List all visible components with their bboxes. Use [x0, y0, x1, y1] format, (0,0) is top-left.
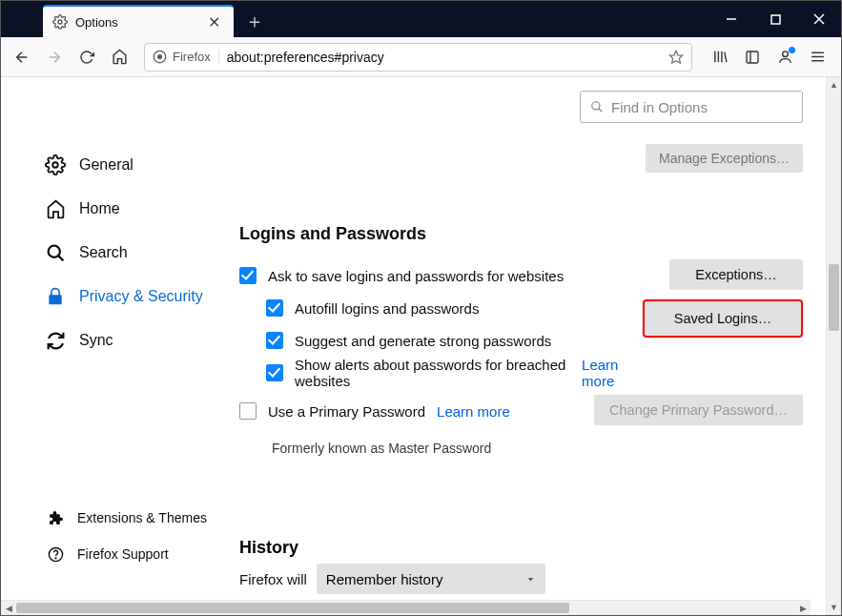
- label-primary-password: Use a Primary Password: [268, 403, 425, 420]
- close-window-button[interactable]: [797, 1, 841, 37]
- minimize-button[interactable]: [709, 1, 753, 37]
- select-value: Remember history: [326, 571, 443, 587]
- button-label: Saved Logins…: [674, 311, 771, 326]
- horizontal-scrollbar[interactable]: ◀ ▶: [1, 600, 811, 615]
- change-primary-password-button[interactable]: Change Primary Password…: [594, 395, 803, 425]
- sidebar-item-privacy[interactable]: Privacy & Security: [30, 276, 220, 318]
- firefox-icon: [153, 50, 167, 64]
- learn-more-link[interactable]: Learn more: [437, 403, 510, 420]
- gear-icon: [52, 14, 68, 30]
- home-icon: [45, 198, 66, 219]
- sidebar-item-home[interactable]: Home: [30, 188, 220, 230]
- scroll-track[interactable]: [827, 92, 841, 600]
- help-icon: [45, 544, 66, 565]
- maximize-button[interactable]: [753, 1, 797, 37]
- search-icon: [45, 242, 66, 263]
- lock-icon: [45, 286, 66, 307]
- sidebar-item-general[interactable]: General: [30, 144, 220, 186]
- reload-button[interactable]: [72, 42, 102, 72]
- sidebar-item-extensions[interactable]: Extensions & Themes: [30, 501, 220, 535]
- url-text: about:preferences#privacy: [227, 50, 661, 65]
- search-icon: [590, 100, 604, 113]
- forward-button[interactable]: [39, 42, 70, 72]
- learn-more-link[interactable]: Learn more: [582, 357, 643, 389]
- manage-exceptions-button[interactable]: Manage Exceptions…: [646, 144, 803, 173]
- sidebar-item-label: Extensions & Themes: [77, 510, 207, 525]
- button-label: Manage Exceptions…: [659, 151, 790, 166]
- sidebar-item-label: Sync: [79, 332, 113, 349]
- scroll-thumb[interactable]: [829, 264, 839, 331]
- button-label: Exceptions…: [695, 267, 776, 282]
- identity-label: Firefox: [173, 50, 211, 64]
- scroll-up-arrow[interactable]: ▲: [827, 77, 841, 92]
- label-alerts: Show alerts about passwords for breached…: [295, 357, 570, 389]
- svg-point-18: [52, 162, 58, 168]
- close-tab-icon[interactable]: ✕: [204, 13, 224, 31]
- svg-point-0: [58, 20, 62, 24]
- svg-point-14: [782, 51, 788, 57]
- sidebar-item-label: Search: [79, 244, 128, 261]
- logins-section: Logins and Passwords Ask to save logins …: [239, 224, 803, 456]
- account-icon[interactable]: [770, 43, 799, 72]
- history-will-label: Firefox will: [239, 571, 307, 587]
- sidebar-item-support[interactable]: Firefox Support: [30, 537, 220, 571]
- section-heading: Logins and Passwords: [239, 224, 803, 244]
- scroll-right-arrow[interactable]: ▶: [795, 601, 811, 615]
- svg-point-6: [157, 54, 162, 59]
- primary-password-note: Formerly known as Master Password: [272, 441, 803, 456]
- vertical-scrollbar[interactable]: ▲ ▼: [826, 77, 841, 615]
- titlebar: Options ✕ ＋: [1, 1, 841, 37]
- site-identity[interactable]: Firefox: [153, 50, 219, 64]
- tab-title: Options: [75, 15, 204, 30]
- bookmark-star-icon[interactable]: [668, 50, 684, 65]
- saved-logins-button[interactable]: Saved Logins…: [643, 299, 803, 338]
- gear-icon: [45, 154, 66, 175]
- back-button[interactable]: [7, 42, 37, 72]
- checkbox-alerts[interactable]: [266, 364, 283, 381]
- browser-tab[interactable]: Options ✕: [43, 5, 234, 37]
- svg-line-20: [58, 256, 63, 260]
- navbar: Firefox about:preferences#privacy: [1, 37, 841, 77]
- sidebar-item-label: General: [79, 156, 133, 174]
- find-in-options[interactable]: [580, 91, 803, 123]
- toolbar-right: [702, 43, 835, 72]
- menu-icon[interactable]: [803, 43, 832, 72]
- svg-rect-2: [771, 15, 780, 24]
- sidebar-item-label: Home: [79, 200, 120, 217]
- library-icon[interactable]: [706, 43, 734, 72]
- sidebar-item-label: Firefox Support: [77, 546, 169, 562]
- sidebar-item-search[interactable]: Search: [30, 232, 220, 274]
- find-input[interactable]: [611, 99, 792, 115]
- checkbox-ask-save[interactable]: [239, 267, 257, 284]
- new-tab-button[interactable]: ＋: [234, 5, 276, 37]
- window: Options ✕ ＋ Firefox about:preferences#pr…: [0, 0, 842, 616]
- checkbox-primary-password[interactable]: [239, 402, 257, 420]
- home-button[interactable]: [104, 42, 134, 72]
- window-controls: [709, 1, 841, 37]
- scroll-thumb[interactable]: [16, 603, 569, 613]
- svg-marker-7: [669, 51, 682, 63]
- history-mode-select[interactable]: Remember history: [317, 564, 545, 594]
- preferences-sidebar: General Home Search Privacy & Secur: [1, 77, 220, 600]
- checkbox-autofill[interactable]: [266, 299, 283, 317]
- svg-line-11: [724, 52, 726, 63]
- svg-line-24: [599, 109, 603, 113]
- sidebar-item-sync[interactable]: Sync: [30, 319, 220, 361]
- sidebar-item-label: Privacy & Security: [79, 288, 203, 305]
- puzzle-icon: [45, 507, 66, 528]
- exceptions-button[interactable]: Exceptions…: [669, 259, 803, 290]
- sidebar-toggle-icon[interactable]: [738, 43, 767, 72]
- scroll-down-arrow[interactable]: ▼: [827, 600, 841, 615]
- url-bar[interactable]: Firefox about:preferences#privacy: [144, 43, 692, 72]
- svg-point-19: [48, 245, 59, 257]
- label-suggest: Suggest and generate strong passwords: [295, 333, 551, 349]
- svg-rect-12: [747, 51, 758, 63]
- label-autofill: Autofill logins and passwords: [295, 300, 479, 317]
- page-body: General Home Search Privacy & Secur: [1, 77, 826, 600]
- section-heading: History: [239, 538, 803, 558]
- checkbox-suggest[interactable]: [266, 332, 283, 349]
- main-panel: Manage Exceptions… Logins and Passwords …: [220, 77, 826, 600]
- sync-icon: [45, 330, 66, 351]
- scroll-left-arrow[interactable]: ◀: [1, 601, 16, 615]
- scroll-track[interactable]: [16, 601, 795, 615]
